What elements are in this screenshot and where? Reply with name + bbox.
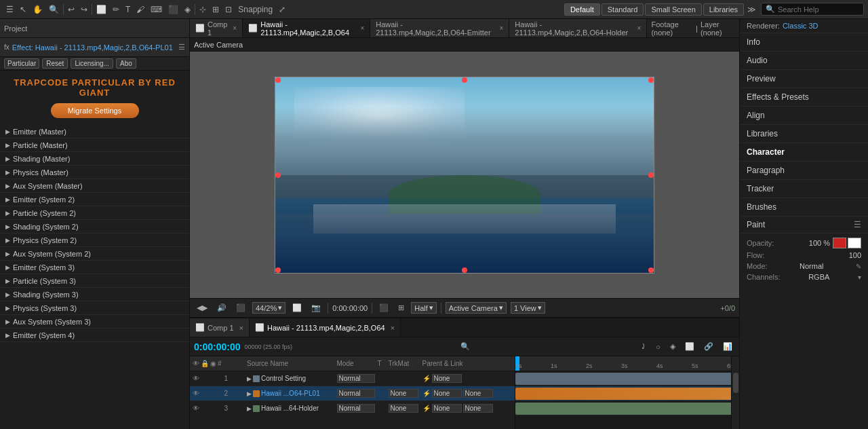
grid-icon[interactable]: ⊞ xyxy=(395,303,407,313)
clone-icon[interactable]: ⌨ xyxy=(149,3,164,16)
layer3-trkmat-select[interactable]: None xyxy=(389,404,418,413)
handle-right[interactable] xyxy=(648,172,654,178)
opacity-value[interactable]: 100 % xyxy=(809,239,830,247)
workspace-default[interactable]: Default xyxy=(564,3,600,16)
tl-search-icon[interactable]: 🔍 xyxy=(458,341,473,352)
right-panel-character[interactable]: Character xyxy=(740,143,868,162)
handle-bl[interactable] xyxy=(275,267,281,273)
comp1-close[interactable]: × xyxy=(233,24,237,32)
timeline-timecode[interactable]: 0:00:00:00 xyxy=(194,341,241,352)
right-panel-audio[interactable]: Audio xyxy=(740,52,868,70)
workspace-small-screen[interactable]: Small Screen xyxy=(645,3,701,16)
pen-icon[interactable]: ✏ xyxy=(111,3,121,16)
tl-render-icon[interactable]: ◈ xyxy=(667,341,678,352)
prop-particle-master[interactable]: ▶ Particle (Master) xyxy=(0,138,189,152)
comp1-tab-close[interactable]: × xyxy=(239,324,243,332)
safe-frame-icon[interactable]: ⬛ xyxy=(376,303,391,313)
foreground-swatch[interactable] xyxy=(833,238,846,248)
zoom-icon[interactable]: 🔍 xyxy=(47,3,61,16)
renderer-value[interactable]: Classic 3D xyxy=(783,22,818,30)
layer1-mode-select[interactable]: Normal xyxy=(337,374,375,383)
camera-view-dropdown[interactable]: Active Camera ▾ xyxy=(446,302,507,314)
layer2-link[interactable]: ⚡ xyxy=(422,390,431,397)
right-panel-effects-presets[interactable]: Effects & Presets xyxy=(740,88,868,107)
layer2-mode-select[interactable]: Normal xyxy=(337,389,375,398)
tl-solo-icon[interactable]: ○ xyxy=(653,342,663,352)
layer3-link[interactable]: ⚡ xyxy=(422,405,431,412)
layer1-eye2[interactable]: ⚡ xyxy=(422,375,431,382)
layer-row-1[interactable]: 👁 1 ▶ Control Setting Normal xyxy=(190,371,515,386)
handle-left[interactable] xyxy=(275,172,281,178)
about-btn[interactable]: Abo xyxy=(116,58,136,69)
comp-tab-hawaii[interactable]: ⬜ Hawaii - 21113.mp4,Magic,2,B,O64 × xyxy=(243,19,370,37)
layer2-expand[interactable]: ▶ xyxy=(247,390,252,397)
undo-icon[interactable]: ↩ xyxy=(66,3,77,16)
brush-icon[interactable]: 🖌 xyxy=(134,3,146,16)
right-panel-libraries[interactable]: Libraries xyxy=(740,125,868,143)
handle-top[interactable] xyxy=(462,77,467,83)
effect-menu-icon[interactable]: ☰ xyxy=(178,43,185,52)
arrow-icon[interactable]: ↖ xyxy=(18,3,28,16)
layer2-mode[interactable]: Normal xyxy=(337,389,378,398)
prop-particle-sys3[interactable]: ▶ Particle (System 3) xyxy=(0,274,189,288)
puppet-icon[interactable]: ◈ xyxy=(182,3,193,16)
handle-tl[interactable] xyxy=(275,77,281,83)
right-panel-paragraph[interactable]: Paragraph xyxy=(740,162,868,180)
timeline-scrollbar[interactable] xyxy=(731,356,739,429)
hand-icon[interactable]: ✋ xyxy=(31,3,45,16)
right-panel-brushes[interactable]: Brushes xyxy=(740,198,868,217)
align-icon[interactable]: ⊞ xyxy=(210,3,221,16)
handle-br[interactable] xyxy=(648,267,654,273)
prop-aux-master[interactable]: ▶ Aux System (Master) xyxy=(0,179,189,193)
motion-icon[interactable]: ⤢ xyxy=(277,3,288,16)
layer2-link-select[interactable]: None xyxy=(463,389,493,398)
more-workspaces-icon[interactable]: ≫ xyxy=(745,3,758,16)
menu-icon[interactable]: ☰ xyxy=(4,3,16,16)
audio-icon[interactable]: 🔊 xyxy=(214,303,229,313)
timeline-ruler[interactable]: 0s 1s 2s 3s 4s 5s 6s 7s 8s 9s 10s 11s xyxy=(515,356,739,429)
prop-shading-sys2[interactable]: ▶ Shading (System 2) xyxy=(0,220,189,234)
shape-icon[interactable]: ⬜ xyxy=(94,3,108,16)
prop-physics-sys2[interactable]: ▶ Physics (System 2) xyxy=(0,234,189,247)
layer1-mode[interactable]: Normal xyxy=(337,374,378,383)
mode-value[interactable]: Normal xyxy=(800,262,823,270)
eraser-icon[interactable]: ⬛ xyxy=(166,3,180,16)
migrate-button[interactable]: Migrate Settings xyxy=(51,103,139,118)
tl-graph-icon[interactable]: 📊 xyxy=(720,341,735,352)
handle-bottom[interactable] xyxy=(462,267,467,273)
tl-tab-hawaii[interactable]: ⬜ Hawaii - 21113.mp4,Magic,2,B,O64 × xyxy=(250,318,401,337)
comp-tab-comp1[interactable]: ⬜ Comp 1 × xyxy=(190,19,243,37)
render-icon[interactable]: ⬛ xyxy=(233,303,248,313)
redo-icon[interactable]: ↪ xyxy=(79,3,90,16)
comp-tab-emitter[interactable]: Hawaii - 21113.mp4,Magic,2,B,O64-Emitter… xyxy=(370,19,509,37)
prop-emitter-master[interactable]: ▶ Emitter (Master) xyxy=(0,125,189,138)
right-panel-info[interactable]: Info xyxy=(740,33,868,52)
right-panel-preview[interactable]: Preview xyxy=(740,70,868,88)
prop-emitter-sys2[interactable]: ▶ Emitter (System 2) xyxy=(0,193,189,206)
fit-icon[interactable]: ⬜ xyxy=(290,303,304,313)
text-icon[interactable]: T xyxy=(123,3,132,16)
layer3-mode[interactable]: Normal xyxy=(337,404,378,413)
workspace-libraries[interactable]: Libraries xyxy=(703,3,744,16)
prop-emitter-sys4[interactable]: ▶ Emitter (System 4) xyxy=(0,329,189,342)
layer3-trkmat[interactable]: None xyxy=(389,404,422,413)
tl-link-icon[interactable]: 🔗 xyxy=(701,341,716,352)
prop-physics-master[interactable]: ▶ Physics (Master) xyxy=(0,166,189,179)
layer3-eye[interactable]: 👁 xyxy=(193,405,199,412)
layer2-eye[interactable]: 👁 xyxy=(193,390,199,397)
right-panel-align[interactable]: Align xyxy=(740,107,868,125)
layer1-parent-select[interactable]: None xyxy=(432,374,462,383)
prop-particle-sys2[interactable]: ▶ Particle (System 2) xyxy=(0,206,189,220)
preview-icon[interactable]: ◀▶ xyxy=(194,303,210,313)
prop-physics-sys3[interactable]: ▶ Physics (System 3) xyxy=(0,301,189,315)
tl-marker-icon[interactable]: ⬜ xyxy=(682,341,697,352)
handle-tr[interactable] xyxy=(648,77,654,83)
viewer-area[interactable] xyxy=(190,52,739,298)
prop-aux-sys2[interactable]: ▶ Aux System (System 2) xyxy=(0,247,189,261)
layer2-trkmat[interactable]: None xyxy=(389,389,422,398)
scrollbar-thumb[interactable] xyxy=(733,373,738,393)
snap-icon[interactable]: ⊡ xyxy=(223,3,234,16)
channels-arrow[interactable]: ▾ xyxy=(858,274,861,281)
layer3-expand[interactable]: ▶ xyxy=(247,405,252,412)
search-box[interactable]: 🔍 xyxy=(761,3,864,16)
